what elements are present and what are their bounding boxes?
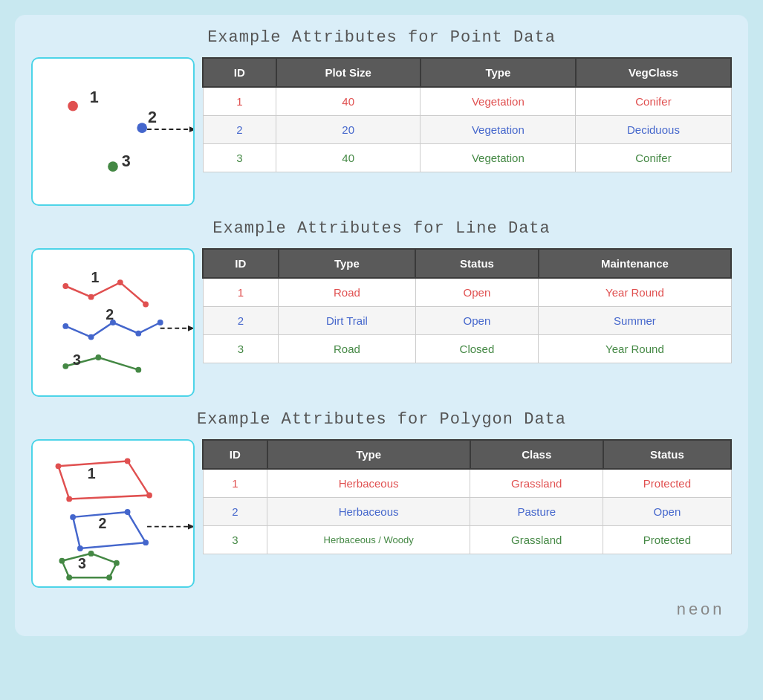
polygon-type-2: Herbaceous [267,498,470,526]
svg-point-26 [56,463,62,469]
svg-point-43 [106,574,112,580]
svg-marker-25 [59,461,150,499]
svg-marker-5 [189,126,193,132]
polygon-class-2: Pasture [470,498,603,526]
line-status-3: Closed [415,335,539,363]
svg-point-21 [62,363,68,369]
line-maintenance-2: Summer [539,307,731,335]
polygon-class-3: Grassland [470,526,603,554]
point-plotsize-3: 40 [276,144,421,172]
svg-point-14 [88,334,94,340]
line-header-status: Status [415,249,539,278]
line-section: Example Attributes for Line Data 1 [31,219,732,397]
svg-point-8 [62,283,68,289]
polygon-id-2: 2 [203,498,267,526]
point-plotsize-1: 40 [276,87,421,116]
polygon-header-id: ID [203,440,267,469]
svg-marker-31 [73,512,146,548]
svg-point-29 [66,496,72,502]
point-vegclass-3: Conifer [576,144,731,172]
point-header-id: ID [203,58,276,87]
svg-text:3: 3 [78,555,86,571]
svg-point-0 [68,101,78,111]
point-title: Example Attributes for Point Data [31,28,732,47]
polygon-title: Example Attributes for Polygon Data [31,410,732,429]
table-row: 1 Road Open Year Round [203,278,731,307]
polygon-table: ID Type Class Status 1 Herbaceous Grassl… [202,439,732,554]
polygon-status-2: Open [603,498,731,526]
svg-point-40 [59,558,65,564]
point-plotsize-2: 20 [276,116,421,144]
svg-text:1: 1 [88,465,96,482]
table-row: 3 40 Vegetation Conifer [203,144,731,172]
point-table: ID Plot Size Type VegClass 1 40 Vegetati… [202,57,732,172]
line-map: 1 2 3 [31,248,195,397]
table-row: 1 40 Vegetation Conifer [203,87,731,116]
table-row: 2 20 Vegetation Deciduous [203,116,731,144]
point-vegclass-2: Deciduous [576,116,731,144]
polygon-class-1: Grassland [470,469,603,498]
svg-point-22 [95,354,101,360]
svg-point-17 [158,320,163,325]
svg-point-32 [70,514,76,520]
line-type-1: Road [279,278,415,307]
svg-point-42 [114,560,120,566]
line-maintenance-3: Year Round [539,335,731,363]
svg-point-23 [135,367,141,373]
point-map: 1 2 3 [31,57,195,206]
svg-marker-39 [62,554,116,577]
point-header-plotsize: Plot Size [276,58,421,87]
line-header-id: ID [203,249,279,278]
svg-point-27 [125,458,131,464]
polygon-status-1: Protected [603,469,731,498]
svg-marker-38 [188,524,193,530]
svg-point-28 [146,493,152,499]
table-row: 3 Herbaceous / Woody Grassland Protected [203,526,731,554]
point-id-1: 1 [203,87,276,116]
svg-text:2: 2 [148,108,157,126]
svg-point-11 [143,302,149,308]
polygon-status-3: Protected [603,526,731,554]
line-status-2: Open [415,307,539,335]
line-header-maintenance: Maintenance [539,249,731,278]
polygon-row: 1 2 [31,439,732,588]
point-id-2: 2 [203,116,276,144]
polygon-type-3: Herbaceous / Woody [267,526,470,554]
line-header-type: Type [279,249,415,278]
svg-text:3: 3 [122,152,131,170]
point-type-2: Vegetation [421,116,576,144]
svg-point-6 [108,161,118,172]
table-row: 2 Dirt Trail Open Summer [203,307,731,335]
line-title: Example Attributes for Line Data [31,219,732,238]
point-vegclass-1: Conifer [576,87,731,116]
line-type-2: Dirt Trail [279,307,415,335]
polygon-id-3: 3 [203,526,267,554]
svg-point-44 [66,574,72,580]
svg-point-35 [77,545,83,551]
point-type-3: Vegetation [421,144,576,172]
point-header-vegclass: VegClass [576,58,731,87]
table-row: 2 Herbaceous Pasture Open [203,498,731,526]
point-id-3: 3 [203,144,276,172]
polygon-header-status: Status [603,440,731,469]
line-id-2: 2 [203,307,279,335]
line-table: ID Type Status Maintenance 1 Road Open Y… [202,248,732,363]
svg-text:2: 2 [105,306,114,323]
svg-text:2: 2 [98,515,106,531]
svg-point-33 [125,509,131,515]
line-maintenance-1: Year Round [539,278,731,307]
polygon-header-class: Class [470,440,603,469]
svg-point-41 [88,551,94,557]
outer-container: Example Attributes for Point Data 1 2 3 [15,15,748,636]
svg-point-16 [135,331,141,337]
table-row: 1 Herbaceous Grassland Protected [203,469,731,498]
svg-point-2 [137,123,147,133]
line-row: 1 2 3 [31,248,732,397]
point-header-type: Type [421,58,576,87]
svg-point-34 [143,539,149,545]
neon-logo: neon [31,601,732,620]
point-type-1: Vegetation [421,87,576,116]
line-id-1: 1 [203,278,279,307]
svg-text:1: 1 [91,269,100,285]
svg-text:1: 1 [90,88,99,106]
